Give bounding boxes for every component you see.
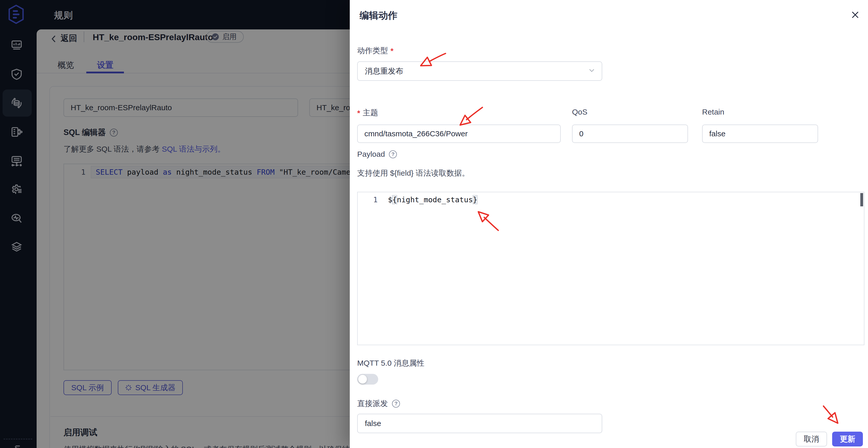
- help-icon[interactable]: ?: [389, 150, 397, 158]
- help-icon[interactable]: ?: [392, 400, 400, 408]
- payload-dollar: $: [388, 195, 392, 204]
- app-screenshot: 规则: [0, 0, 868, 448]
- payload-hint: 支持使用 ${field} 语法读取数据。: [357, 168, 469, 178]
- required-marker: *: [391, 46, 394, 55]
- close-icon[interactable]: [849, 9, 861, 21]
- edit-action-drawer: 编辑动作 动作类型 * 消息重发布 * 主题 QoS Retain: [350, 0, 868, 448]
- direct-dispatch-label-text: 直接派发: [357, 399, 388, 409]
- toggle-knob: [358, 375, 367, 384]
- direct-dispatch-value: false: [365, 419, 381, 428]
- qos-input[interactable]: [572, 125, 688, 143]
- action-type-select[interactable]: 消息重发布: [357, 61, 602, 81]
- payload-line-number: 1: [358, 195, 378, 204]
- update-button[interactable]: 更新: [832, 432, 863, 446]
- mqtt-props-label: MQTT 5.0 消息属性: [357, 358, 425, 369]
- action-type-label-text: 动作类型: [357, 45, 388, 56]
- direct-dispatch-label: 直接派发 ?: [357, 399, 400, 409]
- topic-label: * 主题: [357, 108, 378, 118]
- modal-overlay[interactable]: [0, 0, 350, 448]
- payload-close-brace: }: [473, 195, 477, 204]
- payload-open-brace: {: [392, 195, 397, 204]
- payload-code-line: ${night_mode_status}: [388, 195, 477, 204]
- required-marker: *: [357, 109, 360, 117]
- mqtt-props-toggle[interactable]: [357, 374, 378, 385]
- payload-label-text: Payload: [357, 150, 385, 159]
- direct-dispatch-select[interactable]: false: [357, 414, 602, 433]
- topic-input[interactable]: [357, 125, 561, 143]
- qos-label: QoS: [572, 108, 587, 116]
- payload-label: Payload ?: [357, 150, 397, 159]
- topic-label-text: 主题: [363, 108, 378, 118]
- retain-input[interactable]: [702, 125, 818, 143]
- retain-label: Retain: [702, 108, 724, 116]
- action-type-value: 消息重发布: [365, 66, 403, 76]
- editor-scrollbar-thumb[interactable]: [860, 193, 863, 206]
- action-type-label: 动作类型 *: [357, 45, 394, 56]
- payload-editor[interactable]: 1 ${night_mode_status}: [357, 192, 864, 345]
- cancel-button[interactable]: 取消: [796, 432, 827, 446]
- chevron-down-icon: [588, 67, 595, 76]
- drawer-title: 编辑动作: [360, 9, 397, 22]
- payload-field-name: night_mode_status: [397, 195, 473, 204]
